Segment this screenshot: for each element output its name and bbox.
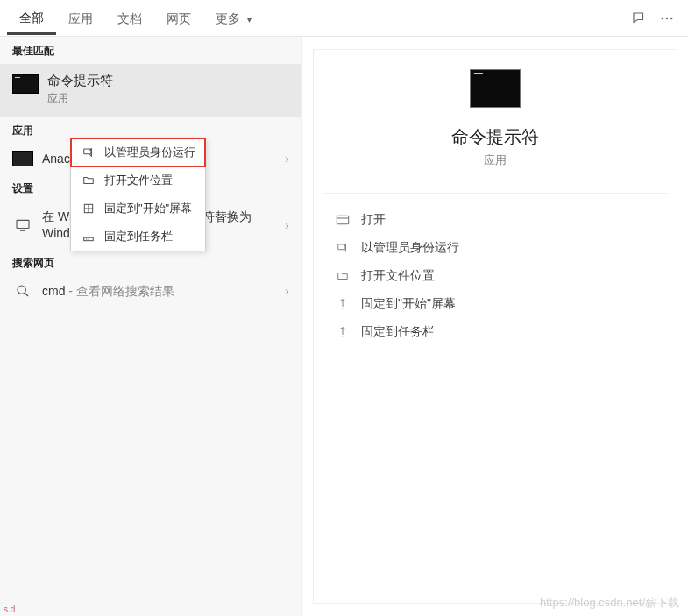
web-result-text: cmd - 查看网络搜索结果	[42, 283, 285, 300]
action-open-label: 打开	[361, 212, 386, 228]
web-query: cmd	[42, 284, 65, 298]
search-web-header: 搜索网页	[0, 249, 301, 276]
pin-taskbar-icon	[80, 230, 97, 244]
tab-more[interactable]: 更多 ▾	[203, 3, 264, 34]
action-pin-start-label: 固定到"开始"屏幕	[361, 296, 456, 312]
more-options-icon[interactable]	[653, 4, 681, 32]
action-open[interactable]: 打开	[323, 206, 668, 234]
feedback-icon[interactable]	[625, 4, 653, 32]
best-match-header: 最佳匹配	[0, 37, 301, 64]
best-match-item[interactable]: 命令提示符 应用	[0, 64, 301, 117]
folder-icon	[80, 173, 97, 188]
ctx-pin-start[interactable]: 固定到"开始"屏幕	[71, 195, 205, 223]
cmd-icon	[12, 74, 39, 94]
web-result-cmd[interactable]: cmd - 查看网络搜索结果 ›	[0, 276, 301, 307]
svg-rect-3	[17, 220, 29, 228]
svg-rect-8	[337, 216, 348, 223]
pin-start-icon	[80, 202, 97, 216]
tab-more-label: 更多	[216, 11, 240, 25]
tab-docs[interactable]: 文档	[105, 3, 154, 34]
preview-card: 命令提示符 应用 打开 以	[313, 49, 677, 604]
open-icon	[333, 213, 352, 227]
action-open-location[interactable]: 打开文件位置	[323, 262, 668, 290]
ctx-pin-taskbar[interactable]: 固定到任务栏	[71, 223, 205, 251]
chevron-right-icon[interactable]: ›	[285, 152, 289, 166]
action-pin-start[interactable]: 固定到"开始"屏幕	[323, 290, 668, 318]
shield-icon	[80, 145, 97, 159]
preview-cmd-icon	[470, 69, 521, 108]
tab-web[interactable]: 网页	[154, 3, 203, 34]
web-suffix: - 查看网络搜索结果	[65, 284, 174, 298]
chevron-right-icon[interactable]: ›	[285, 218, 289, 232]
shield-icon	[333, 241, 352, 255]
search-tabs: 全部 应用 文档 网页 更多 ▾	[0, 0, 688, 37]
action-pin-taskbar-label: 固定到任务栏	[361, 324, 435, 340]
results-pane: 最佳匹配 命令提示符 应用 应用 Anac xxxxxxxxxxxxxxxxx …	[0, 37, 302, 616]
context-menu: 以管理员身份运行 打开文件位置 固定到"开始"屏幕	[70, 138, 206, 251]
action-run-admin[interactable]: 以管理员身份运行	[323, 234, 668, 262]
chevron-right-icon[interactable]: ›	[285, 284, 289, 298]
tab-apps[interactable]: 应用	[56, 3, 105, 34]
best-match-title: 命令提示符	[47, 73, 113, 89]
tab-all[interactable]: 全部	[7, 2, 56, 35]
svg-point-2	[670, 17, 672, 18]
best-match-subtitle: 应用	[47, 91, 113, 106]
terminal-icon	[12, 151, 33, 166]
action-run-admin-label: 以管理员身份运行	[361, 240, 459, 256]
svg-point-0	[662, 17, 663, 18]
pin-taskbar-icon	[333, 325, 352, 339]
chevron-down-icon: ▾	[247, 15, 252, 25]
ctx-open-location[interactable]: 打开文件位置	[71, 166, 205, 195]
preview-pane: 命令提示符 应用 打开 以	[302, 37, 688, 616]
preview-title: 命令提示符	[451, 125, 539, 149]
ctx-run-as-admin[interactable]: 以管理员身份运行	[71, 138, 205, 166]
ctx-run-admin-label: 以管理员身份运行	[104, 145, 195, 160]
action-pin-taskbar[interactable]: 固定到任务栏	[323, 318, 668, 346]
corner-badge: s.d	[4, 605, 15, 614]
settings-monitor-icon	[12, 217, 33, 233]
preview-actions: 打开 以管理员身份运行 打开文件位置	[323, 193, 668, 346]
app-text-left: Anac	[42, 152, 70, 166]
svg-point-4	[18, 286, 25, 294]
preview-subtitle: 应用	[484, 152, 507, 168]
action-open-location-label: 打开文件位置	[361, 268, 435, 284]
ctx-pin-taskbar-label: 固定到任务栏	[104, 229, 173, 244]
svg-point-1	[666, 17, 668, 18]
ctx-open-location-label: 打开文件位置	[104, 173, 173, 188]
pin-start-icon	[333, 297, 352, 311]
search-icon	[12, 283, 33, 299]
ctx-pin-start-label: 固定到"开始"屏幕	[104, 201, 192, 216]
folder-icon	[333, 269, 352, 283]
